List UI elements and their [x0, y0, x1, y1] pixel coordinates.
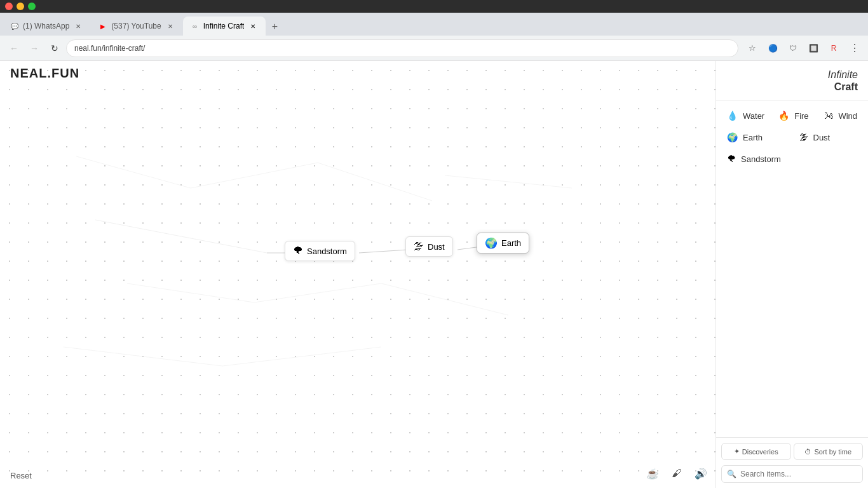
sandstorm-sidebar-label: Sandstorm	[741, 154, 781, 164]
canvas-element-dust[interactable]: 🌫 Dust	[405, 236, 453, 257]
tab-infinite-craft-label: Infinite Craft	[203, 22, 245, 30]
site-logo: NEAL.FUN	[10, 66, 79, 81]
bottom-toolbar: ☕ 🖌 🔊	[643, 464, 710, 483]
reset-button[interactable]: Reset	[10, 471, 32, 480]
sidebar-item-sandstorm[interactable]: 🌪 Sandstorm	[721, 149, 787, 168]
whatsapp-favicon: 💬	[10, 22, 19, 30]
infinite-craft-favicon: ∞	[191, 22, 200, 30]
dust-sidebar-label: Dust	[813, 133, 831, 142]
extension-button-1[interactable]: 🔵	[764, 39, 782, 57]
tab-whatsapp-close[interactable]: ✕	[73, 21, 83, 31]
earth-label: Earth	[501, 238, 521, 248]
canvas-element-sandstorm[interactable]: 🌪 Sandstorm	[285, 241, 355, 261]
svg-line-3	[191, 163, 318, 188]
search-box[interactable]: 🔍	[721, 465, 863, 483]
close-window-btn[interactable]	[5, 3, 13, 10]
water-sidebar-icon: 💧	[727, 111, 738, 121]
content-area: NEAL.FUN 🌪 Sandstorm 🌫 Dus	[0, 61, 868, 488]
sidebar-item-water[interactable]: 💧 Water	[721, 106, 770, 125]
sidebar-item-earth[interactable]: 🌍 Earth	[721, 128, 791, 147]
tab-bar: 💬 (1) WhatsApp ✕ ▶ (537) YouTube ✕ ∞ Inf…	[0, 13, 868, 36]
bookmark-button[interactable]: ☆	[743, 39, 761, 57]
svg-line-11	[95, 220, 267, 253]
tab-infinite-craft-close[interactable]: ✕	[248, 21, 258, 31]
wind-sidebar-icon: 🌬	[824, 111, 833, 121]
connector-lines	[0, 61, 715, 488]
brush-button[interactable]: 🖌	[667, 464, 686, 483]
youtube-favicon: ▶	[98, 22, 107, 30]
canvas-element-earth[interactable]: 🌍 Earth	[477, 233, 529, 254]
svg-line-6	[254, 283, 381, 302]
sidebar: Infinite Craft 💧 Water 🔥 Fire 🌬 Wind	[715, 61, 868, 488]
dust-label: Dust	[428, 242, 445, 252]
coffee-button[interactable]: ☕	[643, 464, 662, 483]
water-sidebar-label: Water	[743, 111, 764, 121]
sidebar-bottom: ✦ Discoveries ⏱ Sort by time 🔍	[716, 437, 868, 488]
sidebar-logo: Infinite Craft	[716, 61, 868, 101]
svg-line-4	[318, 163, 432, 201]
sidebar-logo-infinite: Infinite	[828, 69, 858, 81]
sandstorm-label: Sandstorm	[307, 247, 347, 256]
svg-line-10	[445, 175, 572, 188]
search-input[interactable]	[740, 470, 857, 478]
discoveries-label: Discoveries	[742, 448, 778, 456]
discoveries-icon: ✦	[734, 447, 740, 456]
sandstorm-icon: 🌪	[293, 245, 303, 257]
new-tab-button[interactable]: +	[266, 18, 283, 36]
sidebar-item-dust[interactable]: 🌫 Dust	[794, 128, 864, 147]
sort-time-icon: ⏱	[804, 448, 811, 456]
earth-icon: 🌍	[485, 237, 498, 249]
extension-button-2[interactable]: 🛡	[784, 39, 802, 57]
sidebar-item-wind[interactable]: 🌬 Wind	[818, 106, 863, 125]
tab-youtube[interactable]: ▶ (537) YouTube ✕	[91, 17, 182, 36]
search-icon: 🔍	[727, 470, 736, 478]
svg-line-7	[381, 283, 508, 315]
svg-line-0	[359, 250, 408, 253]
tab-youtube-label: (537) YouTube	[111, 22, 161, 30]
extension-button-3[interactable]: 🔲	[804, 39, 822, 57]
wind-sidebar-label: Wind	[838, 111, 857, 121]
sort-by-time-button[interactable]: ⏱ Sort by time	[794, 443, 864, 460]
sidebar-logo-craft: Craft	[828, 81, 858, 93]
discoveries-button[interactable]: ✦ Discoveries	[721, 443, 791, 460]
dust-sidebar-icon: 🌫	[799, 132, 808, 142]
svg-line-8	[64, 347, 222, 366]
svg-line-9	[222, 347, 381, 366]
tab-whatsapp[interactable]: 💬 (1) WhatsApp ✕	[3, 17, 91, 36]
svg-line-2	[76, 156, 191, 188]
svg-line-5	[127, 283, 254, 302]
fire-sidebar-icon: 🔥	[778, 111, 789, 121]
tab-whatsapp-label: (1) WhatsApp	[23, 22, 69, 30]
canvas-area[interactable]: NEAL.FUN 🌪 Sandstorm 🌫 Dus	[0, 61, 715, 488]
tab-infinite-craft[interactable]: ∞ Infinite Craft ✕	[183, 17, 266, 36]
menu-button[interactable]: ⋮	[845, 39, 863, 57]
title-bar	[0, 0, 868, 13]
fire-sidebar-label: Fire	[794, 111, 808, 121]
sort-time-label: Sort by time	[814, 448, 851, 456]
back-button[interactable]: ←	[5, 39, 23, 57]
earth-sidebar-label: Earth	[743, 133, 763, 142]
forward-button[interactable]: →	[25, 39, 43, 57]
nav-bar: ← → ↻ neal.fun/infinite-craft/ ☆ 🔵 🛡 🔲 R…	[0, 36, 868, 61]
dust-icon: 🌫	[414, 241, 424, 252]
address-text: neal.fun/infinite-craft/	[74, 44, 145, 53]
sidebar-items-list: 💧 Water 🔥 Fire 🌬 Wind 🌍 Earth	[716, 101, 868, 437]
sandstorm-sidebar-icon: 🌪	[727, 154, 736, 164]
minimize-window-btn[interactable]	[17, 3, 24, 10]
address-bar[interactable]: neal.fun/infinite-craft/	[66, 39, 738, 57]
reload-button[interactable]: ↻	[46, 39, 64, 57]
volume-button[interactable]: 🔊	[691, 464, 710, 483]
sidebar-item-fire[interactable]: 🔥 Fire	[773, 106, 816, 125]
earth-sidebar-icon: 🌍	[727, 132, 738, 142]
maximize-window-btn[interactable]	[28, 3, 36, 10]
extension-button-4[interactable]: R	[825, 39, 843, 57]
tab-youtube-close[interactable]: ✕	[165, 21, 175, 31]
